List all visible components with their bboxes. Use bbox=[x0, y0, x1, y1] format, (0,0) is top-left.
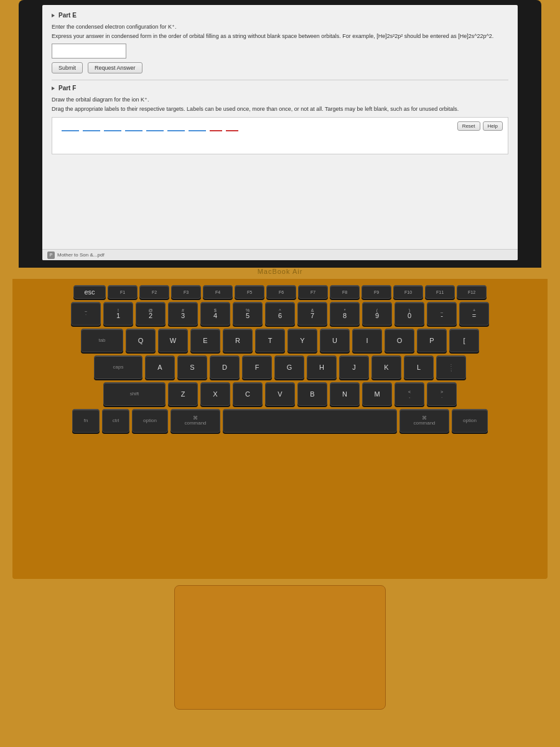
bottom-bar: P Mother to Son &...pdf bbox=[42, 249, 518, 260]
key-y[interactable]: Y bbox=[287, 329, 317, 352]
key-command-right[interactable]: ⌘ command bbox=[399, 409, 449, 433]
key-o[interactable]: O bbox=[385, 329, 414, 352]
section-divider bbox=[52, 80, 508, 80]
key-f8[interactable]: F8 bbox=[330, 285, 360, 299]
key-m[interactable]: M bbox=[362, 382, 392, 406]
key-f1[interactable]: F1 bbox=[108, 285, 138, 299]
keyboard-area: esc F1 F2 F3 F4 F5 F6 bbox=[12, 279, 548, 579]
key-f12[interactable]: F12 bbox=[457, 285, 487, 299]
macbook-brand-label: MacBook Air bbox=[258, 268, 303, 275]
key-i[interactable]: I bbox=[352, 329, 382, 352]
key-caps-lock[interactable]: caps bbox=[94, 355, 142, 379]
key-f2[interactable]: F2 bbox=[139, 285, 169, 299]
part-e-instruction1: Enter the condensed electron configurati… bbox=[52, 24, 508, 31]
key-command-left[interactable]: ⌘ command bbox=[170, 409, 220, 433]
key-g[interactable]: G bbox=[274, 355, 304, 379]
key-f[interactable]: F bbox=[242, 355, 272, 379]
key-n[interactable]: N bbox=[330, 382, 360, 406]
key-f7[interactable]: F7 bbox=[298, 285, 328, 299]
key-backtick[interactable]: ~ ` bbox=[71, 302, 101, 326]
key-f3[interactable]: F3 bbox=[171, 285, 201, 299]
key-1[interactable]: ! 1 bbox=[103, 302, 133, 326]
key-ctrl[interactable]: ctrl bbox=[102, 409, 129, 433]
key-c[interactable]: C bbox=[233, 382, 263, 406]
orbital-line-4 bbox=[125, 130, 142, 131]
key-fn[interactable]: fn bbox=[72, 409, 100, 433]
orbital-line-5 bbox=[146, 130, 164, 131]
key-l[interactable]: L bbox=[404, 355, 434, 379]
key-p[interactable]: P bbox=[417, 329, 447, 352]
key-shift-left[interactable]: shift bbox=[103, 382, 166, 406]
request-answer-button[interactable]: Request Answer bbox=[88, 62, 142, 73]
key-e[interactable]: E bbox=[190, 329, 220, 352]
key-7[interactable]: & 7 bbox=[297, 302, 327, 326]
command-left-label: command bbox=[184, 421, 206, 426]
key-space[interactable] bbox=[223, 409, 397, 433]
key-esc[interactable]: esc bbox=[73, 285, 106, 299]
part-e-instruction2: Express your answer in condensed form in… bbox=[52, 33, 508, 40]
part-f-label: Part F bbox=[58, 84, 76, 93]
orbital-line-9 bbox=[226, 130, 238, 131]
key-f5[interactable]: F5 bbox=[235, 285, 264, 299]
key-option-left[interactable]: option bbox=[132, 409, 168, 433]
collapse-triangle-f[interactable] bbox=[52, 87, 55, 90]
key-h[interactable]: H bbox=[307, 355, 337, 379]
key-comma[interactable]: < , bbox=[394, 382, 424, 406]
key-z[interactable]: Z bbox=[168, 382, 198, 406]
key-option-right[interactable]: option bbox=[452, 409, 488, 433]
key-semicolon[interactable]: : ; bbox=[436, 355, 466, 379]
key-minus[interactable]: _ - bbox=[427, 302, 457, 326]
orbital-line-7 bbox=[189, 130, 206, 131]
key-w[interactable]: W bbox=[158, 329, 188, 352]
part-e-header: Part E bbox=[52, 11, 508, 20]
help-button[interactable]: Help bbox=[483, 121, 503, 131]
electron-config-input[interactable] bbox=[52, 44, 126, 59]
key-b[interactable]: B bbox=[297, 382, 327, 406]
key-d[interactable]: D bbox=[210, 355, 240, 379]
key-x[interactable]: X bbox=[200, 382, 230, 406]
orbital-diagram[interactable]: Reset Help bbox=[52, 117, 508, 154]
orbital-line-6 bbox=[167, 130, 185, 131]
key-0[interactable]: ) 0 bbox=[394, 302, 424, 326]
key-f6[interactable]: F6 bbox=[266, 285, 296, 299]
part-e-label: Part E bbox=[58, 11, 77, 20]
option-left-label: option bbox=[143, 418, 157, 423]
document-content: Part E Enter the condensed electron conf… bbox=[42, 5, 518, 164]
key-j[interactable]: J bbox=[339, 355, 369, 379]
pdf-icon: P bbox=[47, 251, 55, 259]
reset-button[interactable]: Reset bbox=[457, 121, 480, 131]
bottom-bar-file-label: Mother to Son &...pdf bbox=[57, 252, 105, 258]
key-s[interactable]: S bbox=[177, 355, 207, 379]
key-v[interactable]: V bbox=[265, 382, 295, 406]
key-f9[interactable]: F9 bbox=[362, 285, 391, 299]
key-k[interactable]: K bbox=[371, 355, 401, 379]
key-9[interactable]: ( 9 bbox=[362, 302, 392, 326]
key-f11[interactable]: F11 bbox=[425, 285, 455, 299]
key-period[interactable]: > . bbox=[427, 382, 457, 406]
key-u[interactable]: U bbox=[320, 329, 350, 352]
keyboard: esc F1 F2 F3 F4 F5 F6 bbox=[22, 285, 538, 433]
zxcv-row: shift Z X C V B N M < , > . bbox=[22, 382, 538, 406]
option-right-label: option bbox=[463, 418, 477, 423]
key-4[interactable]: $ 4 bbox=[200, 302, 230, 326]
key-a[interactable]: A bbox=[145, 355, 175, 379]
key-3[interactable]: # 3 bbox=[168, 302, 198, 326]
key-6[interactable]: ^ 6 bbox=[265, 302, 295, 326]
key-2[interactable]: @ 2 bbox=[136, 302, 166, 326]
key-f10[interactable]: F10 bbox=[393, 285, 423, 299]
key-tab[interactable]: tab bbox=[81, 329, 123, 352]
key-5[interactable]: % 5 bbox=[233, 302, 263, 326]
key-q[interactable]: Q bbox=[126, 329, 156, 352]
key-t[interactable]: T bbox=[255, 329, 285, 352]
key-f4[interactable]: F4 bbox=[203, 285, 233, 299]
reset-help-buttons: Reset Help bbox=[457, 121, 503, 131]
trackpad[interactable] bbox=[174, 585, 386, 710]
key-bracket-left[interactable]: [ bbox=[449, 329, 479, 352]
orbital-line-3 bbox=[104, 130, 121, 131]
key-8[interactable]: * 8 bbox=[330, 302, 360, 326]
number-key-row: ~ ` ! 1 @ 2 # 3 $ 4 bbox=[22, 302, 538, 326]
key-equals[interactable]: + = bbox=[459, 302, 489, 326]
key-r[interactable]: R bbox=[223, 329, 253, 352]
submit-button[interactable]: Submit bbox=[52, 62, 83, 73]
collapse-triangle-e[interactable] bbox=[52, 14, 55, 17]
